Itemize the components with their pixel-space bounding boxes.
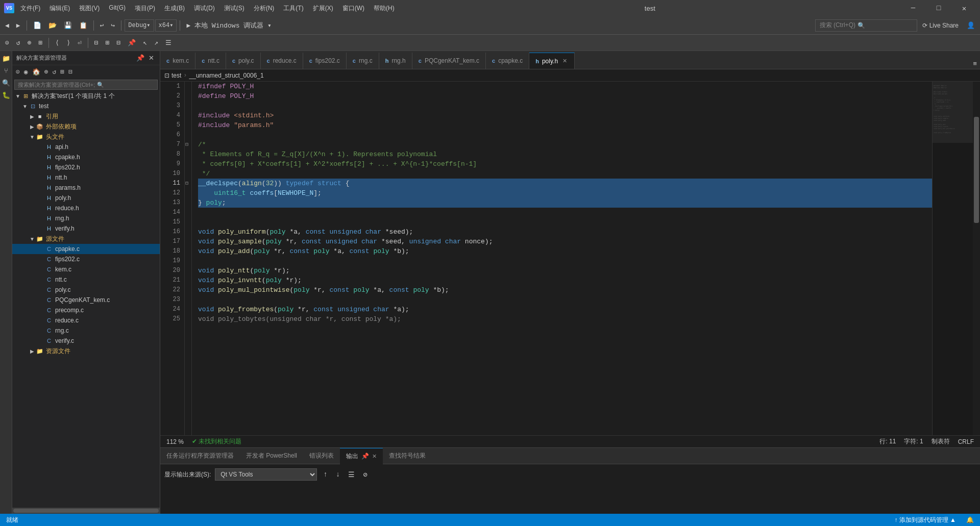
output-close-icon[interactable]: ✕	[372, 453, 377, 460]
tab-reduce-c[interactable]: c reduce.c	[261, 53, 303, 69]
run-button[interactable]: ▶ 本地 Windows 调试器 ▾	[183, 20, 274, 31]
bottom-tab-symbols[interactable]: 查找符号结果	[383, 448, 432, 464]
tree-item-precomp-c[interactable]: C precomp.c	[12, 305, 160, 315]
tree-item-api-h[interactable]: H api.h	[12, 142, 160, 152]
sidebar-action1[interactable]: ⊙	[14, 67, 21, 77]
tree-item-headers[interactable]: ▼ 📁 头文件	[12, 132, 160, 142]
tab-kem-c[interactable]: c kem.c	[160, 53, 195, 69]
back-button[interactable]: ◀	[2, 20, 12, 31]
tab-rng-c[interactable]: c rng.c	[347, 53, 379, 69]
bottom-tab-task-runner[interactable]: 任务运行程序资源管理器	[160, 448, 240, 464]
sidebar-pin-icon[interactable]: 📌	[135, 54, 146, 62]
menu-build[interactable]: 生成(B)	[160, 3, 189, 14]
open-button[interactable]: 📂	[45, 20, 60, 31]
tab-type[interactable]: 制表符	[932, 437, 950, 446]
toolbar2-btn3[interactable]: ⊕	[24, 38, 35, 48]
sidebar-action3[interactable]: 🏠	[31, 67, 42, 77]
menu-test[interactable]: 测试(S)	[220, 3, 249, 14]
menu-window[interactable]: 窗口(W)	[338, 3, 369, 14]
menu-file[interactable]: 文件(F)	[16, 3, 44, 14]
minimap-slider[interactable]	[933, 82, 973, 143]
platform-dropdown[interactable]: x64 ▾	[155, 19, 177, 32]
tree-item-verify-c[interactable]: C verify.c	[12, 336, 160, 346]
tree-item-verify-h[interactable]: H verify.h	[12, 223, 160, 234]
sidebar-action7[interactable]: ⊟	[67, 67, 74, 77]
tab-rng-h[interactable]: h rng.h	[379, 53, 412, 69]
tree-item-poly-h[interactable]: H poly.h	[12, 193, 160, 203]
tree-item-fips202-c[interactable]: C fips202.c	[12, 254, 160, 264]
menu-git[interactable]: Git(G)	[105, 3, 130, 14]
tree-item-PQCgenKAT-c[interactable]: C PQCgenKAT_kem.c	[12, 295, 160, 305]
tree-item-cpapke-c[interactable]: C cpapke.c	[12, 244, 160, 254]
tree-item-reduce-c[interactable]: C reduce.c	[12, 315, 160, 325]
tree-item-extdeps[interactable]: ▶ 📦 外部依赖项	[12, 121, 160, 132]
v-scrollbar[interactable]	[973, 82, 980, 435]
tree-item-ntt-h[interactable]: H ntt.h	[12, 172, 160, 183]
tree-item-poly-c[interactable]: C poly.c	[12, 285, 160, 295]
breadcrumb-struct[interactable]: __unnamed_struct_0006_1	[189, 72, 264, 79]
debug-config-dropdown[interactable]: Debug ▾	[125, 19, 154, 32]
save-all-button[interactable]: 📋	[76, 20, 90, 31]
toolbar2-btn5[interactable]: ⟨	[52, 38, 62, 48]
add-to-source-button[interactable]: ↑ 添加到源代码管理 ▲	[892, 516, 958, 524]
tree-item-cpapke-h[interactable]: H cpapke.h	[12, 152, 160, 162]
breadcrumb-test[interactable]: test	[172, 72, 181, 79]
v-scrollbar-thumb[interactable]	[974, 117, 979, 223]
search-icon[interactable]: 🔍	[1, 78, 12, 89]
tab-PQCgenKAT-c[interactable]: c PQCgenKAT_kem.c	[412, 53, 486, 69]
toolbar2-btn2[interactable]: ↺	[13, 38, 23, 48]
tree-item-ntt-c[interactable]: C ntt.c	[12, 274, 160, 285]
tree-item-solution[interactable]: ▼ ⊞ 解决方案'test'(1 个项目/共 1 个	[12, 91, 160, 101]
line-ending[interactable]: CRLF	[958, 438, 974, 445]
bottom-tab-powershell[interactable]: 开发者 PowerShell	[240, 448, 303, 464]
menu-view[interactable]: 视图(V)	[75, 3, 104, 14]
tab-fips202-c[interactable]: c fips202.c	[303, 53, 347, 69]
live-share-button[interactable]: ⟳ Live Share	[918, 21, 963, 30]
toolbar2-btn6[interactable]: ⟩	[63, 38, 74, 48]
status-ready[interactable]: 就绪	[4, 516, 20, 524]
forward-button[interactable]: ▶	[13, 20, 23, 31]
close-button[interactable]: ✕	[952, 0, 976, 16]
new-project-button[interactable]: 📄	[30, 20, 44, 31]
output-clear-icon[interactable]: ⊘	[361, 469, 369, 480]
tree-item-sources[interactable]: ▼ 📁 源文件	[12, 234, 160, 244]
global-search-box[interactable]: 搜索 (Ctrl+Q) 🔍	[815, 19, 917, 32]
sidebar-hscrollbar[interactable]	[12, 508, 160, 514]
menu-analyze[interactable]: 分析(N)	[250, 3, 279, 14]
line-col[interactable]: 行: 11	[879, 437, 896, 446]
toolbar2-btn8[interactable]: ⊟	[91, 38, 102, 48]
toolbar2-btn11[interactable]: 📌	[125, 38, 139, 48]
user-icon-button[interactable]: 👤	[964, 20, 978, 31]
undo-button[interactable]: ↩	[97, 20, 107, 31]
solution-explorer-icon[interactable]: 📁	[1, 53, 12, 64]
bottom-tab-output[interactable]: 输出 📌 ✕	[340, 448, 383, 464]
output-pin-icon[interactable]: 📌	[361, 453, 369, 460]
output-down-icon[interactable]: ↓	[334, 469, 342, 480]
tree-item-reduce-h[interactable]: H reduce.h	[12, 203, 160, 213]
tab-cpapke-c[interactable]: c cpapke.c	[486, 53, 529, 69]
menu-project[interactable]: 项目(P)	[131, 3, 159, 14]
toolbar2-btn13[interactable]: ↗	[151, 38, 161, 48]
tree-item-fips202-h[interactable]: H fips202.h	[12, 162, 160, 172]
git-icon[interactable]: ⑂	[1, 65, 12, 77]
fold-icon-7[interactable]: ⊟	[185, 140, 188, 149]
minimize-button[interactable]: ─	[901, 0, 925, 16]
zoom-level[interactable]: 112 %	[166, 438, 184, 445]
char-col[interactable]: 字符: 1	[904, 437, 923, 446]
sidebar-action2[interactable]: ◉	[22, 67, 30, 77]
tab-poly-h[interactable]: h poly.h ✕	[529, 53, 575, 69]
toolbar2-btn9[interactable]: ⊞	[103, 38, 113, 48]
output-list-icon[interactable]: ☰	[346, 469, 357, 480]
fold-icon-11[interactable]: ⊟	[185, 179, 188, 188]
bottom-tab-errors[interactable]: 错误列表	[303, 448, 340, 464]
redo-button[interactable]: ↪	[108, 20, 118, 31]
tree-item-rng-c[interactable]: C rng.c	[12, 325, 160, 336]
output-source-select[interactable]: Qt VS Tools 生成 调试 源代码管理	[215, 468, 317, 481]
toolbar2-btn4[interactable]: ⊞	[35, 38, 45, 48]
notification-icon-area[interactable]: 🔔	[964, 516, 976, 523]
tab-poly-c[interactable]: c poly.c	[226, 53, 261, 69]
tab-list-button[interactable]: ≡	[970, 59, 980, 69]
sidebar-close-icon[interactable]: ✕	[147, 54, 156, 62]
toolbar2-btn12[interactable]: ↖	[140, 38, 150, 48]
sidebar-hscroll-thumb[interactable]	[13, 509, 159, 513]
